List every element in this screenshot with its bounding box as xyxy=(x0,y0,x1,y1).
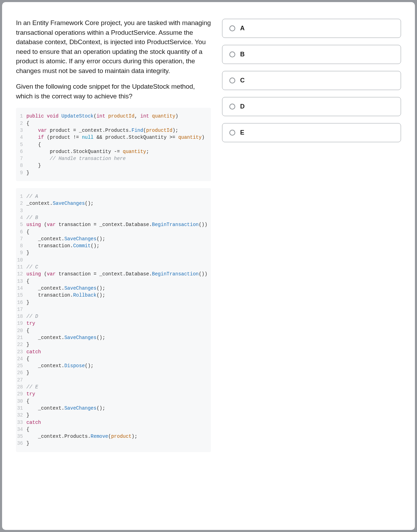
radio-icon xyxy=(229,130,235,136)
line-number: 8 xyxy=(17,162,26,169)
code-line: 6 product.StockQuantity -= quantity; xyxy=(17,148,207,155)
code-line: 2{ xyxy=(17,120,207,127)
code-content: _context.SaveChanges(); xyxy=(26,334,207,341)
line-number: 29 xyxy=(17,390,26,397)
code-line: 5 { xyxy=(17,141,207,148)
code-line: 9} xyxy=(17,169,207,176)
line-number: 18 xyxy=(17,313,26,320)
line-number: 34 xyxy=(17,426,26,433)
line-number: 22 xyxy=(17,341,26,348)
line-number: 27 xyxy=(17,377,26,384)
code-line: 23catch xyxy=(17,348,207,355)
question-card: In an Entity Framework Core project, you… xyxy=(2,2,415,530)
line-number: 9 xyxy=(17,249,26,256)
question-text: In an Entity Framework Core project, you… xyxy=(16,18,211,101)
line-number: 17 xyxy=(17,306,26,313)
line-number: 28 xyxy=(17,384,26,390)
code-line: 10 xyxy=(17,257,207,264)
line-number: 2 xyxy=(17,200,26,207)
line-number: 23 xyxy=(17,348,26,355)
code-content: _context.SaveChanges(); xyxy=(26,285,207,292)
code-content xyxy=(26,377,207,384)
line-number: 33 xyxy=(17,419,26,426)
code-line: 30{ xyxy=(17,398,207,405)
code-content: // B xyxy=(26,214,207,221)
code-content: } xyxy=(26,412,207,419)
code-line: 2_context.SaveChanges(); xyxy=(17,200,207,207)
code-content: using (var transaction = _context.Databa… xyxy=(26,271,207,277)
answer-option-c[interactable]: C xyxy=(222,71,401,90)
option-label: A xyxy=(240,25,245,32)
code-content: if (product != null && product.StockQuan… xyxy=(26,134,207,141)
code-line: 35 _context.Products.Remove(product); xyxy=(17,433,207,440)
line-number: 19 xyxy=(17,320,26,327)
code-line: 14 _context.SaveChanges(); xyxy=(17,285,207,292)
code-line: 36} xyxy=(17,440,207,447)
code-line: 28// E xyxy=(17,384,207,390)
line-number: 21 xyxy=(17,334,26,341)
code-content: _context.SaveChanges(); xyxy=(26,405,207,412)
line-number: 1 xyxy=(17,113,26,120)
answer-option-d[interactable]: D xyxy=(222,97,401,116)
code-line: 33catch xyxy=(17,419,207,426)
code-line: 7 // Handle transaction here xyxy=(17,155,207,162)
line-number: 12 xyxy=(17,271,26,277)
code-content: transaction.Rollback(); xyxy=(26,292,207,299)
code-content: using (var transaction = _context.Databa… xyxy=(26,221,207,228)
code-line: 1// A xyxy=(17,193,207,200)
left-column: In an Entity Framework Core project, you… xyxy=(16,18,211,516)
line-number: 9 xyxy=(17,169,26,176)
code-line: 9} xyxy=(17,249,207,256)
code-content: transaction.Commit(); xyxy=(26,242,207,249)
line-number: 8 xyxy=(17,242,26,249)
line-number: 16 xyxy=(17,299,26,306)
code-line: 24{ xyxy=(17,355,207,362)
code-content xyxy=(26,257,207,264)
code-line: 8 transaction.Commit(); xyxy=(17,242,207,249)
code-content: _context.SaveChanges(); xyxy=(26,200,207,207)
radio-icon xyxy=(229,78,235,83)
line-number: 30 xyxy=(17,398,26,405)
code-content xyxy=(26,207,207,214)
code-line: 6{ xyxy=(17,228,207,235)
line-number: 15 xyxy=(17,292,26,299)
code-content: _context.Dispose(); xyxy=(26,362,207,369)
line-number: 7 xyxy=(17,155,26,162)
code-content: catch xyxy=(26,419,207,426)
line-number: 24 xyxy=(17,355,26,362)
code-line: 1public void UpdateStock(int productId, … xyxy=(17,113,207,120)
code-content: { xyxy=(26,141,207,148)
code-content: { xyxy=(26,355,207,362)
line-number: 20 xyxy=(17,327,26,334)
question-para-1: In an Entity Framework Core project, you… xyxy=(16,18,211,75)
code-line: 4 if (product != null && product.StockQu… xyxy=(17,134,207,141)
code-content: { xyxy=(26,120,207,127)
answer-option-b[interactable]: B xyxy=(222,45,401,64)
line-number: 2 xyxy=(17,120,26,127)
radio-icon xyxy=(229,51,235,57)
code-content: { xyxy=(26,278,207,285)
line-number: 26 xyxy=(17,369,26,376)
code-line: 25 _context.Dispose(); xyxy=(17,362,207,369)
code-content xyxy=(26,306,207,313)
answer-option-e[interactable]: E xyxy=(222,123,401,142)
code-line: 31 _context.SaveChanges(); xyxy=(17,405,207,412)
line-number: 11 xyxy=(17,264,26,271)
line-number: 7 xyxy=(17,235,26,242)
line-number: 10 xyxy=(17,257,26,264)
code-content: } xyxy=(26,369,207,376)
code-line: 4// B xyxy=(17,214,207,221)
line-number: 32 xyxy=(17,412,26,419)
code-content: public void UpdateStock(int productId, i… xyxy=(26,113,207,120)
option-label: C xyxy=(240,77,245,84)
line-number: 6 xyxy=(17,228,26,235)
code-content: catch xyxy=(26,348,207,355)
line-number: 4 xyxy=(17,214,26,221)
line-number: 5 xyxy=(17,141,26,148)
line-number: 13 xyxy=(17,278,26,285)
radio-icon xyxy=(229,25,235,31)
code-content: } xyxy=(26,299,207,306)
line-number: 6 xyxy=(17,148,26,155)
answer-option-a[interactable]: A xyxy=(222,19,401,38)
option-label: B xyxy=(240,51,245,58)
